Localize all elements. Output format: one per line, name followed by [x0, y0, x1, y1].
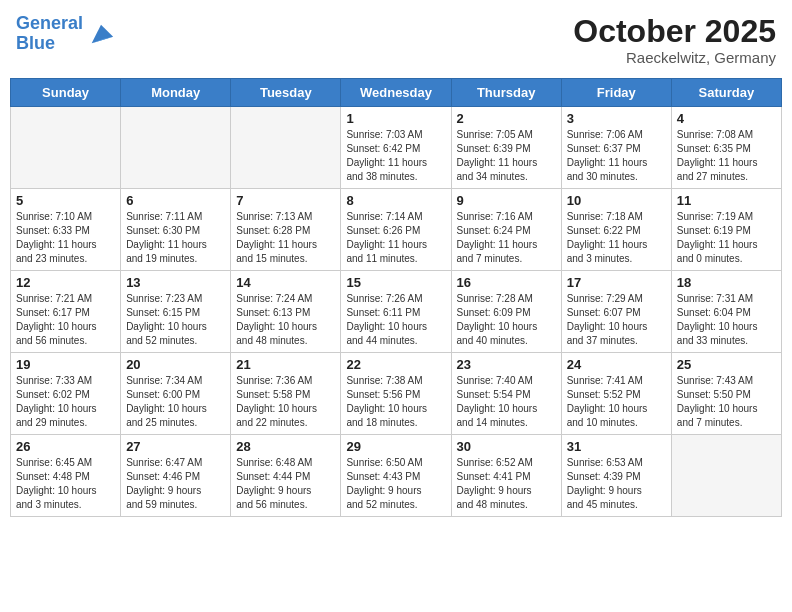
day-number: 7 — [236, 193, 335, 208]
calendar-cell: 31Sunrise: 6:53 AM Sunset: 4:39 PM Dayli… — [561, 435, 671, 517]
calendar-cell: 10Sunrise: 7:18 AM Sunset: 6:22 PM Dayli… — [561, 189, 671, 271]
day-info: Sunrise: 7:03 AM Sunset: 6:42 PM Dayligh… — [346, 128, 445, 184]
day-info: Sunrise: 7:40 AM Sunset: 5:54 PM Dayligh… — [457, 374, 556, 430]
day-number: 6 — [126, 193, 225, 208]
day-info: Sunrise: 7:43 AM Sunset: 5:50 PM Dayligh… — [677, 374, 776, 430]
day-number: 9 — [457, 193, 556, 208]
day-number: 21 — [236, 357, 335, 372]
day-number: 31 — [567, 439, 666, 454]
calendar-cell: 27Sunrise: 6:47 AM Sunset: 4:46 PM Dayli… — [121, 435, 231, 517]
calendar-cell: 24Sunrise: 7:41 AM Sunset: 5:52 PM Dayli… — [561, 353, 671, 435]
day-info: Sunrise: 7:10 AM Sunset: 6:33 PM Dayligh… — [16, 210, 115, 266]
day-info: Sunrise: 7:21 AM Sunset: 6:17 PM Dayligh… — [16, 292, 115, 348]
day-info: Sunrise: 7:38 AM Sunset: 5:56 PM Dayligh… — [346, 374, 445, 430]
day-number: 28 — [236, 439, 335, 454]
day-number: 22 — [346, 357, 445, 372]
day-number: 13 — [126, 275, 225, 290]
calendar-cell: 22Sunrise: 7:38 AM Sunset: 5:56 PM Dayli… — [341, 353, 451, 435]
logo-icon — [87, 20, 115, 48]
day-number: 2 — [457, 111, 556, 126]
day-number: 25 — [677, 357, 776, 372]
day-number: 19 — [16, 357, 115, 372]
calendar-cell: 25Sunrise: 7:43 AM Sunset: 5:50 PM Dayli… — [671, 353, 781, 435]
calendar-cell: 14Sunrise: 7:24 AM Sunset: 6:13 PM Dayli… — [231, 271, 341, 353]
calendar-cell: 6Sunrise: 7:11 AM Sunset: 6:30 PM Daylig… — [121, 189, 231, 271]
calendar-week-5: 26Sunrise: 6:45 AM Sunset: 4:48 PM Dayli… — [11, 435, 782, 517]
calendar-cell: 29Sunrise: 6:50 AM Sunset: 4:43 PM Dayli… — [341, 435, 451, 517]
day-info: Sunrise: 7:05 AM Sunset: 6:39 PM Dayligh… — [457, 128, 556, 184]
day-number: 8 — [346, 193, 445, 208]
day-header-monday: Monday — [121, 79, 231, 107]
day-number: 10 — [567, 193, 666, 208]
day-info: Sunrise: 7:31 AM Sunset: 6:04 PM Dayligh… — [677, 292, 776, 348]
day-number: 23 — [457, 357, 556, 372]
logo: General Blue — [16, 14, 115, 54]
calendar-week-3: 12Sunrise: 7:21 AM Sunset: 6:17 PM Dayli… — [11, 271, 782, 353]
calendar-week-4: 19Sunrise: 7:33 AM Sunset: 6:02 PM Dayli… — [11, 353, 782, 435]
day-number: 29 — [346, 439, 445, 454]
calendar-cell: 1Sunrise: 7:03 AM Sunset: 6:42 PM Daylig… — [341, 107, 451, 189]
calendar-cell: 26Sunrise: 6:45 AM Sunset: 4:48 PM Dayli… — [11, 435, 121, 517]
day-number: 15 — [346, 275, 445, 290]
calendar-cell: 5Sunrise: 7:10 AM Sunset: 6:33 PM Daylig… — [11, 189, 121, 271]
day-number: 1 — [346, 111, 445, 126]
calendar-cell: 2Sunrise: 7:05 AM Sunset: 6:39 PM Daylig… — [451, 107, 561, 189]
title-block: October 2025 Raeckelwitz, Germany — [573, 14, 776, 66]
day-header-saturday: Saturday — [671, 79, 781, 107]
calendar-cell: 13Sunrise: 7:23 AM Sunset: 6:15 PM Dayli… — [121, 271, 231, 353]
day-number: 26 — [16, 439, 115, 454]
day-info: Sunrise: 7:19 AM Sunset: 6:19 PM Dayligh… — [677, 210, 776, 266]
day-info: Sunrise: 6:52 AM Sunset: 4:41 PM Dayligh… — [457, 456, 556, 512]
day-info: Sunrise: 7:11 AM Sunset: 6:30 PM Dayligh… — [126, 210, 225, 266]
day-header-thursday: Thursday — [451, 79, 561, 107]
logo-text: General Blue — [16, 14, 83, 54]
calendar-cell: 21Sunrise: 7:36 AM Sunset: 5:58 PM Dayli… — [231, 353, 341, 435]
calendar-cell: 17Sunrise: 7:29 AM Sunset: 6:07 PM Dayli… — [561, 271, 671, 353]
day-info: Sunrise: 7:18 AM Sunset: 6:22 PM Dayligh… — [567, 210, 666, 266]
calendar-cell: 28Sunrise: 6:48 AM Sunset: 4:44 PM Dayli… — [231, 435, 341, 517]
day-number: 5 — [16, 193, 115, 208]
calendar-cell: 8Sunrise: 7:14 AM Sunset: 6:26 PM Daylig… — [341, 189, 451, 271]
location-title: Raeckelwitz, Germany — [573, 49, 776, 66]
month-title: October 2025 — [573, 14, 776, 49]
day-info: Sunrise: 7:33 AM Sunset: 6:02 PM Dayligh… — [16, 374, 115, 430]
day-info: Sunrise: 7:14 AM Sunset: 6:26 PM Dayligh… — [346, 210, 445, 266]
day-info: Sunrise: 7:13 AM Sunset: 6:28 PM Dayligh… — [236, 210, 335, 266]
day-info: Sunrise: 7:28 AM Sunset: 6:09 PM Dayligh… — [457, 292, 556, 348]
calendar-cell — [231, 107, 341, 189]
day-number: 14 — [236, 275, 335, 290]
calendar-cell: 23Sunrise: 7:40 AM Sunset: 5:54 PM Dayli… — [451, 353, 561, 435]
day-number: 11 — [677, 193, 776, 208]
day-info: Sunrise: 6:53 AM Sunset: 4:39 PM Dayligh… — [567, 456, 666, 512]
calendar-week-2: 5Sunrise: 7:10 AM Sunset: 6:33 PM Daylig… — [11, 189, 782, 271]
day-info: Sunrise: 7:23 AM Sunset: 6:15 PM Dayligh… — [126, 292, 225, 348]
calendar-cell: 12Sunrise: 7:21 AM Sunset: 6:17 PM Dayli… — [11, 271, 121, 353]
day-info: Sunrise: 7:36 AM Sunset: 5:58 PM Dayligh… — [236, 374, 335, 430]
day-info: Sunrise: 6:50 AM Sunset: 4:43 PM Dayligh… — [346, 456, 445, 512]
calendar-cell — [671, 435, 781, 517]
day-header-wednesday: Wednesday — [341, 79, 451, 107]
calendar-cell: 18Sunrise: 7:31 AM Sunset: 6:04 PM Dayli… — [671, 271, 781, 353]
day-info: Sunrise: 7:24 AM Sunset: 6:13 PM Dayligh… — [236, 292, 335, 348]
day-number: 12 — [16, 275, 115, 290]
day-info: Sunrise: 6:47 AM Sunset: 4:46 PM Dayligh… — [126, 456, 225, 512]
day-header-tuesday: Tuesday — [231, 79, 341, 107]
calendar-cell: 9Sunrise: 7:16 AM Sunset: 6:24 PM Daylig… — [451, 189, 561, 271]
svg-marker-0 — [92, 24, 113, 43]
day-info: Sunrise: 7:26 AM Sunset: 6:11 PM Dayligh… — [346, 292, 445, 348]
calendar-cell: 15Sunrise: 7:26 AM Sunset: 6:11 PM Dayli… — [341, 271, 451, 353]
logo-blue: Blue — [16, 33, 55, 53]
day-info: Sunrise: 7:34 AM Sunset: 6:00 PM Dayligh… — [126, 374, 225, 430]
day-number: 30 — [457, 439, 556, 454]
calendar-cell — [121, 107, 231, 189]
day-number: 18 — [677, 275, 776, 290]
day-info: Sunrise: 7:06 AM Sunset: 6:37 PM Dayligh… — [567, 128, 666, 184]
day-number: 17 — [567, 275, 666, 290]
calendar-cell: 4Sunrise: 7:08 AM Sunset: 6:35 PM Daylig… — [671, 107, 781, 189]
calendar-cell: 30Sunrise: 6:52 AM Sunset: 4:41 PM Dayli… — [451, 435, 561, 517]
day-number: 4 — [677, 111, 776, 126]
day-number: 16 — [457, 275, 556, 290]
calendar-cell: 16Sunrise: 7:28 AM Sunset: 6:09 PM Dayli… — [451, 271, 561, 353]
day-number: 27 — [126, 439, 225, 454]
calendar-table: SundayMondayTuesdayWednesdayThursdayFrid… — [10, 78, 782, 517]
